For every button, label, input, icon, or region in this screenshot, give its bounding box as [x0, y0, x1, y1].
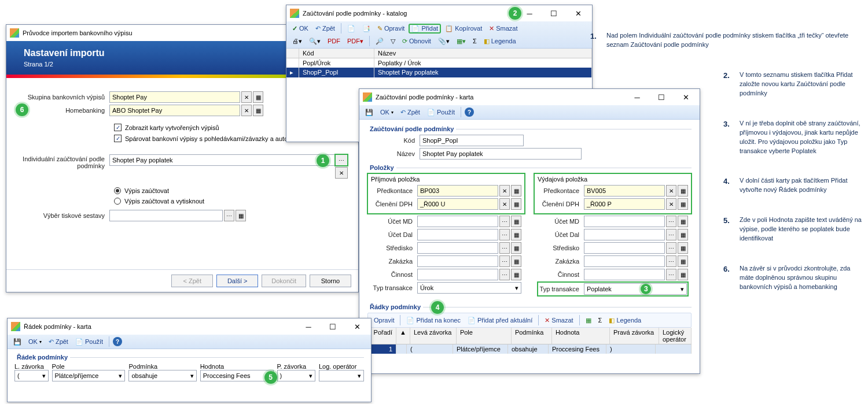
tb-use[interactable]: 📄Použít	[73, 338, 105, 346]
chk-show-cards[interactable]: ✓Zobrazit karty vytvořených výpisů	[114, 124, 219, 131]
in-dph[interactable]: _Ř000 U	[417, 198, 498, 210]
input-code[interactable]: ShopP_Popl	[420, 135, 524, 146]
sel-log[interactable]: ▾	[319, 370, 364, 381]
browse2-icon[interactable]: ▦	[511, 255, 521, 267]
tb-doc2-icon[interactable]: 📑	[360, 24, 373, 33]
tb-preview-icon[interactable]: 🔍▾	[307, 37, 323, 46]
rows-add-end[interactable]: 📄 Přidat na konec	[404, 316, 462, 325]
in-predk[interactable]: BP003	[417, 185, 498, 197]
badge-4: 4	[431, 301, 444, 314]
browse-icon[interactable]: ⋯	[499, 269, 510, 280]
catalog-row[interactable]: Popl/Úrok Poplatky / Úrok	[286, 58, 592, 68]
tb-refresh[interactable]: ⟳Obnovit	[400, 37, 433, 46]
browse2-icon[interactable]: ▦	[511, 229, 521, 240]
in-typ-select[interactable]: Úrok▾	[417, 282, 521, 294]
input-name[interactable]: Shoptet Pay poplatek	[420, 148, 582, 160]
badge-1: 1	[317, 154, 329, 167]
close-btn[interactable]: ✕	[349, 323, 365, 331]
tb-undo[interactable]: ↶Zpět	[313, 24, 337, 33]
tb-add[interactable]: 📄Přidat	[409, 24, 440, 33]
maximize-btn[interactable]: ☐	[546, 9, 562, 18]
tb-attach-icon[interactable]: 📎▾	[436, 37, 452, 46]
in-md[interactable]	[417, 216, 498, 227]
sel-lz[interactable]: (▾	[14, 370, 49, 381]
sel-pole[interactable]: Plátce/příjemce▾	[52, 370, 126, 381]
tb-edit[interactable]: ✎Opravit	[375, 24, 407, 33]
tb-excel-icon[interactable]: ▦▾	[454, 37, 468, 46]
section-rows: Řádky podmínky	[367, 303, 423, 310]
tb-filter-icon[interactable]: ▽	[388, 37, 398, 46]
browse-icon[interactable]: ⋯	[499, 216, 510, 227]
tb-delete[interactable]: ✕Smazat	[487, 24, 520, 33]
input-homebanking[interactable]: ABO Shoptet Pay	[109, 105, 240, 116]
btn-finish[interactable]: Dokončit	[262, 275, 306, 287]
browse-icon[interactable]: ▦	[511, 185, 521, 197]
clear-icon[interactable]: ✕	[499, 198, 510, 210]
clear-group-btn[interactable]: ✕	[241, 91, 252, 103]
rows-excel-icon[interactable]: ▦	[583, 316, 594, 325]
tb-sigma-icon[interactable]: Σ	[470, 37, 479, 45]
btn-cancel[interactable]: Storno	[310, 275, 351, 287]
tb-ok[interactable]: ✓OK	[290, 24, 311, 33]
browse-icon[interactable]: ⋯	[499, 229, 510, 240]
catalog-row-selected[interactable]: ▸ ShopP_Popl Shoptet Pay poplatek	[286, 68, 592, 77]
rows-sigma-icon[interactable]: Σ	[596, 316, 605, 324]
tb-ok[interactable]: OK▾	[26, 338, 44, 346]
tb-save-icon[interactable]: 💾	[11, 338, 24, 346]
tb-copy[interactable]: 📋Kopírovat	[443, 24, 484, 33]
rows-legend[interactable]: ◧Legenda	[606, 316, 643, 325]
tb-search-icon[interactable]: 🔎	[373, 37, 386, 46]
rows-add-before[interactable]: 📄 Přidat před aktuální	[465, 316, 535, 325]
rows-delete[interactable]: ✕Smazat	[542, 316, 575, 325]
browse2-icon[interactable]: ▦	[511, 242, 521, 254]
browse-printset-btn[interactable]: ⋯	[224, 210, 234, 221]
browse-individual-btn[interactable]: ⋯	[335, 154, 348, 166]
close-btn[interactable]: ✕	[570, 9, 586, 18]
browse-hb-btn[interactable]: ▦	[253, 105, 263, 116]
tb-ok[interactable]: OK▾	[378, 108, 396, 116]
tb-doc-icon[interactable]: 📄	[345, 24, 358, 33]
minimize-btn[interactable]: ─	[300, 323, 317, 331]
btn-next[interactable]: Další >	[216, 275, 258, 287]
minimize-btn[interactable]: ─	[521, 9, 538, 18]
browse-icon[interactable]: ⋯	[499, 242, 510, 254]
browse-group-btn[interactable]: ▦	[253, 91, 263, 103]
tb-save-icon[interactable]: 💾	[363, 108, 376, 117]
tb-undo[interactable]: ↶Zpět	[398, 108, 422, 117]
help-icon[interactable]: ?	[465, 108, 474, 117]
in-zakazka[interactable]	[417, 255, 498, 267]
rows-edit[interactable]: Opravit	[372, 316, 396, 324]
in-dal[interactable]	[417, 229, 498, 240]
browse2-icon[interactable]: ▦	[511, 269, 521, 280]
tb-undo[interactable]: ↶Zpět	[46, 338, 71, 346]
input-printset[interactable]	[109, 210, 223, 221]
input-hodnota[interactable]: Proccesing Fees	[200, 370, 274, 381]
tb-use[interactable]: 📄Použít	[425, 108, 457, 117]
tb-print-icon[interactable]: 🖨▾	[290, 37, 304, 46]
browse2-printset-btn[interactable]: ▦	[236, 210, 246, 221]
sel-rz[interactable]: )▾	[277, 370, 315, 381]
btn-back[interactable]: < Zpět	[171, 275, 213, 287]
label-name: Název	[367, 150, 420, 157]
browse-icon[interactable]: ⋯	[499, 255, 510, 267]
instr-1: Nad polem Individuální zaúčtování podle …	[606, 31, 862, 50]
radio-book[interactable]: Výpis zaúčtovat	[114, 187, 169, 194]
input-individual[interactable]: Shoptet Pay poplatek	[109, 154, 335, 166]
tb-pdf-icon[interactable]: PDF	[325, 37, 343, 45]
browse2-icon[interactable]: ▦	[511, 216, 521, 227]
input-group[interactable]: Shoptet Pay	[109, 91, 240, 103]
clear-individual-btn[interactable]: ✕	[335, 167, 348, 179]
tb-pdf2-icon[interactable]: PDF▾	[345, 37, 366, 46]
clear-hb-btn[interactable]: ✕	[241, 105, 252, 116]
sel-podminka[interactable]: obsahuje▾	[128, 370, 196, 381]
radio-book-print[interactable]: Výpis zaúčtovat a vytisknout	[114, 198, 204, 205]
help-icon[interactable]: ?	[113, 337, 122, 346]
in-cinnost[interactable]	[417, 269, 498, 280]
section-items: Položky	[367, 164, 396, 171]
browse-icon[interactable]: ▦	[511, 198, 521, 210]
rows-grid-row[interactable]: 1 ( Plátce/příjemce obsahuje Proccesing …	[367, 344, 692, 354]
in-stredisko[interactable]	[417, 242, 498, 254]
maximize-btn[interactable]: ☐	[325, 323, 341, 331]
clear-icon[interactable]: ✕	[499, 185, 510, 197]
tb-legend[interactable]: ◧Legenda	[481, 37, 518, 46]
